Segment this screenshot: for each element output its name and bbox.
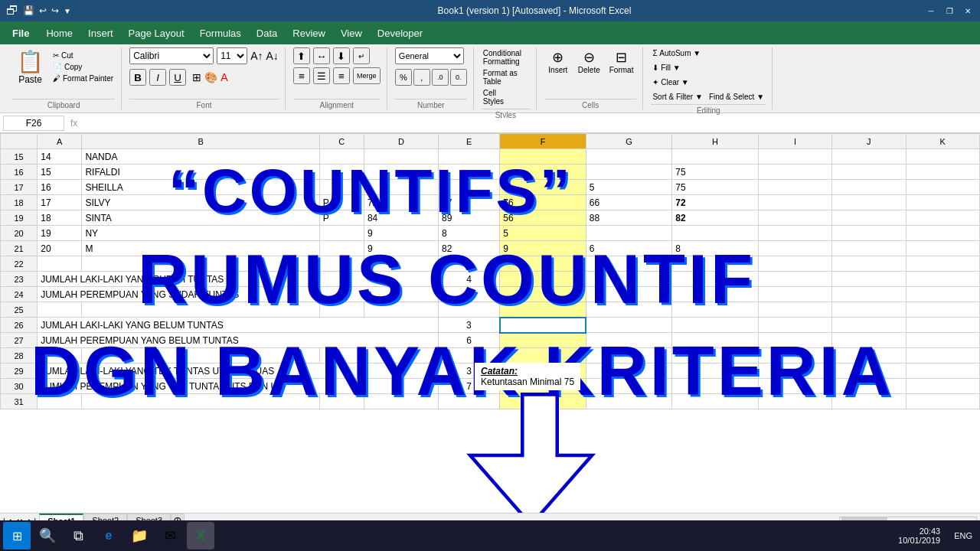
cell-a21[interactable]: 20: [38, 241, 82, 256]
task-view-button[interactable]: ⧉: [64, 522, 92, 549]
number-format-select[interactable]: General: [395, 47, 464, 64]
cell-g24[interactable]: [586, 287, 671, 302]
cell-i21[interactable]: [758, 241, 831, 256]
cell-f16[interactable]: [500, 165, 586, 180]
cell-c31[interactable]: [319, 394, 364, 409]
cell-h29[interactable]: [672, 364, 758, 379]
cell-f19[interactable]: 56: [500, 210, 586, 226]
cell-b18[interactable]: SILVY: [82, 195, 319, 210]
cell-j21[interactable]: [832, 241, 906, 256]
cell-j30[interactable]: [832, 379, 906, 394]
align-center[interactable]: ☰: [313, 67, 330, 84]
cell-a22[interactable]: [38, 256, 82, 272]
cell-d19[interactable]: 84: [364, 210, 438, 226]
cell-f26[interactable]: [500, 318, 586, 333]
cell-i26[interactable]: [758, 318, 831, 333]
cell-g20[interactable]: [586, 226, 671, 241]
cell-h18[interactable]: 72: [672, 195, 758, 210]
cell-f31[interactable]: [500, 394, 586, 409]
view-menu[interactable]: View: [333, 24, 370, 42]
cell-g15[interactable]: [586, 149, 671, 165]
cell-i25[interactable]: [758, 302, 831, 318]
cell-k17[interactable]: [906, 180, 979, 195]
cell-g26[interactable]: [586, 318, 671, 333]
cell-e16[interactable]: [438, 165, 499, 180]
cell-h17[interactable]: 75: [672, 180, 758, 195]
comma-btn[interactable]: ,: [413, 69, 430, 86]
border-btn[interactable]: ⊞: [192, 71, 201, 83]
cell-g22[interactable]: [586, 256, 671, 272]
cell-i18[interactable]: [758, 195, 831, 210]
cell-a17[interactable]: 16: [38, 180, 82, 195]
cell-a25[interactable]: [38, 302, 82, 318]
cell-d25[interactable]: [364, 302, 438, 318]
cell-j20[interactable]: [832, 226, 906, 241]
system-tray[interactable]: 20:43 10/01/2019: [892, 527, 946, 545]
cell-h20[interactable]: [672, 226, 758, 241]
cell-e29[interactable]: 3: [438, 364, 499, 379]
redo-btn[interactable]: ↪: [51, 5, 59, 16]
cell-i15[interactable]: [758, 149, 831, 165]
cut-button[interactable]: ✂ Cut: [51, 51, 115, 60]
col-header-g[interactable]: G: [586, 134, 671, 149]
cell-a24[interactable]: JUMLAH PEREMPUAN YANG SUDAH TUNTAS: [38, 287, 439, 302]
cell-a30[interactable]: JUMLAH PEREMPUAN YANG TDK TUNTAS UTS DAN…: [38, 379, 439, 394]
cell-d21[interactable]: 9: [364, 241, 438, 256]
home-menu[interactable]: Home: [38, 24, 80, 42]
review-menu[interactable]: Review: [285, 24, 333, 42]
align-bottom[interactable]: ⬇: [333, 47, 350, 64]
cell-f24[interactable]: [500, 287, 586, 302]
col-header-f[interactable]: F: [500, 134, 586, 149]
cell-a31[interactable]: [38, 394, 82, 409]
col-header-j[interactable]: J: [832, 134, 906, 149]
cell-g28[interactable]: [586, 348, 671, 364]
cell-f21[interactable]: 9: [500, 241, 586, 256]
cell-b31[interactable]: [82, 394, 319, 409]
cell-e27[interactable]: 6: [438, 333, 499, 348]
cell-h25[interactable]: [672, 302, 758, 318]
cell-j23[interactable]: [832, 272, 906, 287]
edge-button[interactable]: e: [95, 522, 122, 549]
align-right[interactable]: ≡: [333, 67, 350, 84]
cell-h22[interactable]: [672, 256, 758, 272]
cell-g19[interactable]: 88: [586, 210, 671, 226]
format-as-table-btn[interactable]: Format asTable: [482, 67, 523, 87]
delete-button[interactable]: ⊖ Delete: [575, 47, 603, 76]
col-header-b[interactable]: B: [82, 134, 319, 149]
font-color-btn[interactable]: A: [220, 71, 227, 83]
cell-k18[interactable]: [906, 195, 979, 210]
cell-c22[interactable]: [319, 256, 364, 272]
cell-h21[interactable]: 8: [672, 241, 758, 256]
cell-k23[interactable]: [906, 272, 979, 287]
decrease-decimal[interactable]: 0.: [450, 69, 467, 86]
cell-j16[interactable]: [832, 165, 906, 180]
cell-f15[interactable]: [500, 149, 586, 165]
restore-button[interactable]: ❐: [943, 5, 956, 17]
cell-k21[interactable]: [906, 241, 979, 256]
cell-j26[interactable]: [832, 318, 906, 333]
mail-button[interactable]: ✉: [156, 522, 184, 549]
cell-e28[interactable]: [438, 348, 499, 364]
cell-j19[interactable]: [832, 210, 906, 226]
cell-d31[interactable]: [364, 394, 438, 409]
cell-h23[interactable]: [672, 272, 758, 287]
insert-button[interactable]: ⊕ Insert: [544, 47, 572, 76]
cell-h15[interactable]: [672, 149, 758, 165]
cell-a26[interactable]: JUMLAH LAKI-LAKI YANG BELUM TUNTAS: [38, 318, 439, 333]
cell-g21[interactable]: 6: [586, 241, 671, 256]
cell-d28[interactable]: [364, 348, 438, 364]
cell-k16[interactable]: [906, 165, 979, 180]
cell-c28[interactable]: [319, 348, 364, 364]
percent-btn[interactable]: %: [395, 69, 412, 86]
cell-b15[interactable]: NANDA: [82, 149, 319, 165]
start-button[interactable]: ⊞: [3, 522, 31, 549]
cell-g30[interactable]: [586, 379, 671, 394]
font-size-select[interactable]: 11: [217, 47, 247, 64]
cell-k15[interactable]: [906, 149, 979, 165]
cell-c20[interactable]: [319, 226, 364, 241]
cell-d20[interactable]: 9: [364, 226, 438, 241]
name-box[interactable]: F26: [3, 116, 64, 131]
align-middle[interactable]: ↔: [313, 47, 330, 64]
cell-b21[interactable]: M: [82, 241, 319, 256]
align-top[interactable]: ⬆: [293, 47, 310, 64]
